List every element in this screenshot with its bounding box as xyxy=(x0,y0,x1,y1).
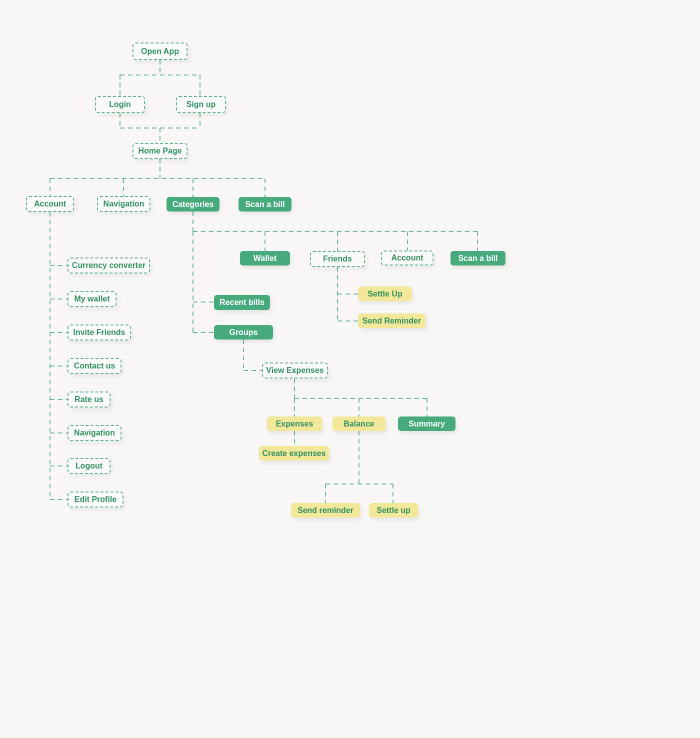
node-account: Account xyxy=(26,196,74,212)
node-login: Login xyxy=(95,96,145,113)
node-scan-a-bill: Scan a bill xyxy=(238,197,292,212)
node-navigation-2: Navigation xyxy=(68,425,122,441)
node-sign-up: Sign up xyxy=(176,96,226,113)
node-send-reminder: Send Reminder xyxy=(358,314,426,328)
node-create-expenses: Create expenses xyxy=(259,446,329,460)
node-groups: Groups xyxy=(214,325,273,340)
node-send-reminder-2: Send reminder xyxy=(291,503,360,518)
node-balance: Balance xyxy=(332,416,386,431)
node-currency-converter: Currency converter xyxy=(68,258,150,274)
node-scan-a-bill-2: Scan a bill xyxy=(450,251,506,266)
node-contact-us: Contact us xyxy=(68,358,122,374)
node-edit-profile: Edit Profile xyxy=(68,492,124,508)
node-account-2: Account xyxy=(381,250,434,266)
node-settle-up: Settle Up xyxy=(358,286,412,301)
node-rate-us: Rate us xyxy=(68,392,110,408)
node-summary: Summary xyxy=(398,416,456,431)
node-settle-up-2: Settle up xyxy=(369,503,418,518)
node-expenses: Expenses xyxy=(267,416,322,431)
node-invite-friends: Invite Friends xyxy=(68,324,131,340)
node-view-expenses: View Expenses xyxy=(262,362,328,378)
node-categories: Categories xyxy=(166,197,220,212)
diagram-canvas: Open App Login Sign up Home Page Account… xyxy=(0,0,700,738)
node-recent-bills: Recent bills xyxy=(214,295,270,310)
node-open-app: Open App xyxy=(132,42,188,60)
node-friends: Friends xyxy=(310,251,365,267)
node-wallet: Wallet xyxy=(240,251,290,266)
node-my-wallet: My wallet xyxy=(68,291,116,307)
node-home-page: Home Page xyxy=(132,143,188,159)
node-logout: Logout xyxy=(68,458,110,474)
node-navigation: Navigation xyxy=(97,196,150,212)
